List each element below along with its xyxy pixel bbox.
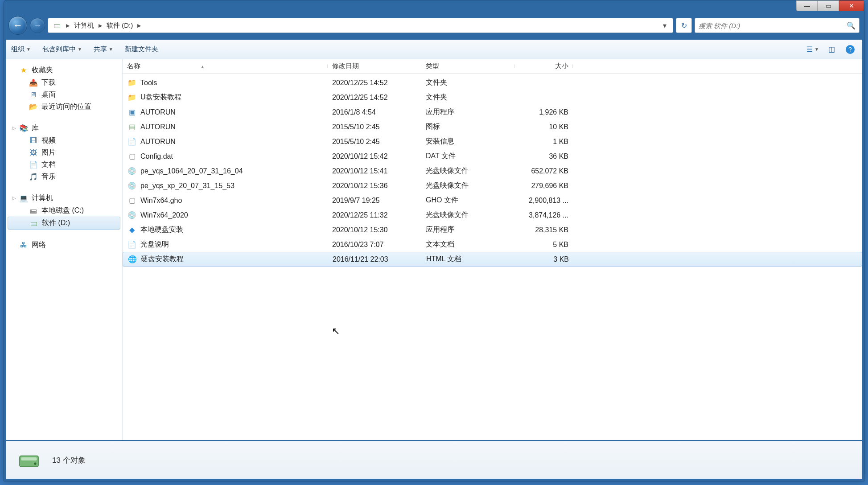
file-name: 硬盘安装教程 bbox=[141, 255, 184, 264]
help-button[interactable]: ? bbox=[843, 43, 857, 56]
sidebar-item-videos[interactable]: 🎞 视频 bbox=[6, 135, 122, 147]
chevron-right-icon[interactable]: ▶ bbox=[97, 23, 104, 29]
file-row[interactable]: 📁U盘安装教程2020/12/25 14:52文件夹 bbox=[123, 90, 862, 105]
file-row[interactable]: ▤AUTORUN2015/5/10 2:45图标10 KB bbox=[123, 119, 862, 134]
organize-menu[interactable]: 组织 ▼ bbox=[11, 45, 31, 53]
back-button[interactable]: ← bbox=[8, 16, 27, 35]
sidebar-item-drive-c[interactable]: 🖴 本地磁盘 (C:) bbox=[6, 205, 122, 217]
chevron-right-icon[interactable]: ▶ bbox=[64, 23, 71, 29]
file-type: 图标 bbox=[421, 122, 515, 132]
new-folder-label: 新建文件夹 bbox=[125, 45, 158, 53]
libraries-label: 库 bbox=[32, 123, 39, 133]
file-date: 2020/12/25 14:52 bbox=[328, 79, 421, 87]
file-name: pe_yqs_xp_20_07_31_15_53 bbox=[140, 182, 234, 190]
document-icon: 📄 bbox=[29, 160, 38, 169]
file-type: HTML 文档 bbox=[422, 255, 515, 264]
breadcrumb-computer[interactable]: 计算机 bbox=[71, 21, 97, 30]
column-header-size[interactable]: 大小 bbox=[515, 62, 573, 70]
file-row[interactable]: ▢Win7x64.gho2019/9/7 19:25GHO 文件2,900,81… bbox=[123, 193, 862, 208]
file-type: 光盘映像文件 bbox=[421, 166, 515, 176]
file-row[interactable]: ▢Config.dat2020/10/12 15:42DAT 文件36 KB bbox=[123, 149, 862, 164]
help-icon: ? bbox=[846, 45, 855, 54]
nav-group-libraries: ▷ 📚 库 🎞 视频 🖼 图片 📄 文档 🎵 bbox=[6, 122, 122, 183]
text-file-icon: 📄 bbox=[127, 240, 137, 250]
nav-group-computer: ▷ 💻 计算机 🖴 本地磁盘 (C:) 🖴 软件 (D:) bbox=[6, 192, 122, 230]
refresh-button[interactable]: ↻ bbox=[676, 18, 692, 33]
nav-header-favorites[interactable]: ★ 收藏夹 bbox=[6, 64, 122, 77]
computer-label: 计算机 bbox=[32, 193, 53, 203]
file-row[interactable]: 📁Tools2020/12/25 14:52文件夹 bbox=[123, 75, 862, 90]
file-list[interactable]: 📁Tools2020/12/25 14:52文件夹📁U盘安装教程2020/12/… bbox=[123, 74, 862, 440]
search-box[interactable]: 🔍 bbox=[695, 18, 860, 33]
column-header-type[interactable]: 类型 bbox=[421, 62, 515, 70]
expand-icon[interactable]: ▷ bbox=[12, 195, 16, 201]
nav-header-computer[interactable]: ▷ 💻 计算机 bbox=[6, 192, 122, 205]
sidebar-item-label: 下载 bbox=[41, 78, 56, 87]
file-date: 2019/9/7 19:25 bbox=[328, 197, 421, 205]
column-header-name[interactable]: 名称 ▲ bbox=[123, 62, 328, 70]
include-in-library-menu[interactable]: 包含到库中 ▼ bbox=[42, 45, 82, 53]
sidebar-item-label: 软件 (D:) bbox=[42, 218, 70, 228]
sidebar-item-drive-d[interactable]: 🖴 软件 (D:) bbox=[8, 217, 120, 230]
nav-header-network[interactable]: 🖧 网络 bbox=[6, 238, 122, 251]
list-view-icon: ☰ bbox=[806, 45, 813, 53]
expand-icon[interactable]: ▷ bbox=[12, 125, 16, 131]
column-headers: 名称 ▲ 修改日期 类型 大小 bbox=[123, 59, 862, 74]
folder-icon: 📁 bbox=[127, 93, 137, 103]
breadcrumb-drive[interactable]: 软件 (D:) bbox=[104, 21, 136, 30]
file-row[interactable]: 💿pe_yqs_xp_20_07_31_15_532020/10/12 15:3… bbox=[123, 178, 862, 193]
file-row[interactable]: 💿pe_yqs_1064_20_07_31_16_042020/10/12 15… bbox=[123, 164, 862, 178]
file-date: 2020/10/12 15:41 bbox=[328, 167, 421, 175]
file-type: 安装信息 bbox=[421, 137, 515, 146]
sidebar-item-music[interactable]: 🎵 音乐 bbox=[6, 171, 122, 183]
file-type: 应用程序 bbox=[421, 225, 515, 234]
preview-pane-button[interactable]: ◫ bbox=[825, 43, 838, 56]
sort-ascending-icon: ▲ bbox=[200, 64, 205, 69]
file-row[interactable]: 📄AUTORUN2015/5/10 2:45安装信息1 KB bbox=[123, 134, 862, 149]
file-date: 2016/1/8 4:54 bbox=[328, 108, 421, 116]
close-button[interactable]: ✕ bbox=[839, 0, 864, 11]
sidebar-item-pictures[interactable]: 🖼 图片 bbox=[6, 147, 122, 159]
sidebar-item-desktop[interactable]: 🖥 桌面 bbox=[6, 89, 122, 101]
recent-icon: 📂 bbox=[29, 103, 38, 111]
favorites-label: 收藏夹 bbox=[32, 66, 53, 75]
breadcrumb-dropdown[interactable]: ▾ bbox=[658, 21, 671, 30]
file-row[interactable]: 📄光盘说明2016/10/23 7:07文本文档5 KB bbox=[123, 237, 862, 252]
toolbar: 组织 ▼ 包含到库中 ▼ 共享 ▼ 新建文件夹 ☰ ▼ ◫ ? bbox=[6, 40, 862, 59]
col-name-label: 名称 bbox=[127, 62, 140, 70]
toolbar-right: ☰ ▼ ◫ ? bbox=[806, 43, 857, 56]
file-name: pe_yqs_1064_20_07_31_16_04 bbox=[140, 167, 243, 175]
file-name: Win7x64_2020 bbox=[140, 211, 188, 219]
chevron-right-icon[interactable]: ▶ bbox=[136, 23, 143, 29]
share-label: 共享 bbox=[94, 45, 107, 53]
star-icon: ★ bbox=[19, 66, 28, 75]
forward-button[interactable]: → bbox=[30, 18, 45, 33]
sidebar-item-documents[interactable]: 📄 文档 bbox=[6, 159, 122, 171]
file-date: 2020/10/12 15:30 bbox=[328, 226, 421, 234]
nav-header-libraries[interactable]: ▷ 📚 库 bbox=[6, 122, 122, 135]
status-bar: 13 个对象 bbox=[6, 441, 862, 479]
breadcrumb[interactable]: 🖴 ▶ 计算机 ▶ 软件 (D:) ▶ ▾ bbox=[48, 18, 673, 33]
view-options-button[interactable]: ☰ ▼ bbox=[806, 43, 819, 56]
explorer-window: — ▭ ✕ ← → 🖴 ▶ 计算机 ▶ 软件 (D:) ▶ ▾ ↻ bbox=[4, 0, 864, 481]
minimize-button[interactable]: — bbox=[796, 0, 818, 11]
file-row[interactable]: ◆本地硬盘安装2020/10/12 15:30应用程序28,315 KB bbox=[123, 222, 862, 237]
nav-group-favorites: ★ 收藏夹 📥 下载 🖥 桌面 📂 最近访问的位置 bbox=[6, 64, 122, 113]
maximize-button[interactable]: ▭ bbox=[818, 0, 839, 11]
sidebar-item-downloads[interactable]: 📥 下载 bbox=[6, 77, 122, 89]
search-icon[interactable]: 🔍 bbox=[847, 21, 856, 30]
file-row[interactable]: 💿Win7x64_20202020/12/25 11:32光盘映像文件3,874… bbox=[123, 208, 862, 222]
search-input[interactable] bbox=[699, 22, 847, 29]
share-menu[interactable]: 共享 ▼ bbox=[94, 45, 113, 53]
svg-point-2 bbox=[34, 462, 36, 464]
breadcrumb-drive-icon[interactable]: 🖴 bbox=[50, 21, 64, 30]
file-size: 1 KB bbox=[515, 138, 573, 146]
file-row[interactable]: ▣AUTORUN2016/1/8 4:54应用程序1,926 KB bbox=[123, 105, 862, 119]
new-folder-button[interactable]: 新建文件夹 bbox=[125, 45, 158, 53]
file-row[interactable]: 🌐硬盘安装教程2016/11/21 22:03HTML 文档3 KB bbox=[123, 252, 862, 267]
file-size: 36 KB bbox=[515, 152, 573, 160]
column-header-date[interactable]: 修改日期 bbox=[328, 62, 421, 70]
file-date: 2016/11/21 22:03 bbox=[328, 255, 422, 263]
sidebar-item-recent[interactable]: 📂 最近访问的位置 bbox=[6, 101, 122, 113]
drive-icon: 🖴 bbox=[29, 206, 38, 215]
